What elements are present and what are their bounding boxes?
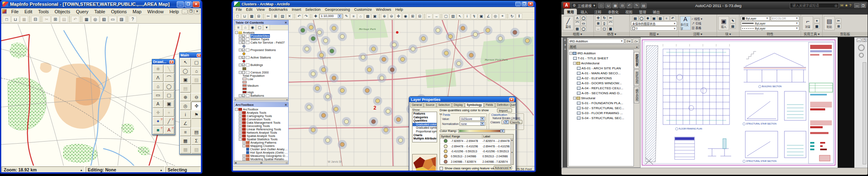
minimize-button[interactable]: —	[854, 3, 860, 8]
redo-icon[interactable]: ↷	[633, 3, 640, 8]
toc-item-proposed-stations[interactable]: −✓Proposed Stations	[234, 48, 288, 51]
sheets-header[interactable]: 图纸 ▴	[568, 44, 639, 49]
print-icon[interactable]: ⊟	[31, 16, 40, 23]
search-icon[interactable]: ◎	[834, 4, 837, 7]
polyline-tool[interactable]: Λ	[153, 73, 163, 82]
layer-isolate-icon[interactable]: ▧	[658, 16, 663, 21]
identify-icon[interactable]: i	[464, 13, 470, 19]
symbology-row[interactable]: -7.826574 - -2.694478-7.826574 - -2.6944…	[440, 139, 513, 144]
arcmap-menu-view[interactable]: View	[255, 7, 267, 12]
visibility-checkbox[interactable]	[242, 71, 245, 74]
layer-control-tool[interactable]: ≡	[180, 128, 191, 136]
copy-icon[interactable]: ⊞	[272, 13, 279, 19]
open-icon[interactable]: ⊔	[11, 16, 20, 23]
value-field-combo[interactable]: GiZScore▼	[460, 117, 485, 121]
table-scrollbar[interactable]: ▲▼	[510, 139, 513, 164]
annotation-panel-label[interactable]: 注释 ▾	[679, 32, 717, 37]
toc-item-symbol[interactable]	[234, 59, 288, 63]
sheet-item-as-01-arch-site-plan[interactable]: AS-01 - ARCH SITE PLAN	[569, 66, 633, 71]
print-icon[interactable]: ⊟	[255, 13, 262, 19]
layer-match-icon[interactable]: ≡	[664, 16, 670, 21]
circle-icon[interactable]: ◯	[581, 15, 586, 20]
mapinfo-titlebar[interactable]: MapInfo Professional - [TOWN,STREET,WATE…	[1, 0, 201, 8]
show-option-categories[interactable]: Categories	[413, 116, 437, 120]
visibility-checkbox[interactable]: ✓	[242, 56, 245, 59]
visibility-checkbox[interactable]: ✓	[242, 41, 245, 44]
steering-wheel-icon[interactable]	[858, 44, 865, 51]
layer-prev-icon[interactable]: ↶	[670, 16, 676, 21]
layer-off-icon[interactable]: ◯	[639, 16, 645, 21]
graph-select-tool[interactable]: ▧	[191, 145, 201, 154]
expand-icon[interactable]: +	[239, 118, 242, 121]
move-icon[interactable]: ✜	[595, 15, 601, 20]
advanced-button[interactable]: Advanced ▾	[494, 166, 512, 170]
mapinfo-menu-query[interactable]: Query	[73, 9, 91, 15]
layer-properties-icon[interactable]: ▤	[633, 16, 638, 21]
toc-item-medium[interactable]: Medium	[234, 84, 288, 87]
clear-selection-icon[interactable]: ▧	[450, 13, 456, 19]
ribbon-tab-管理[interactable]: 管理	[636, 9, 649, 15]
browse-tool[interactable]: ▦	[180, 137, 191, 145]
layers-panel-label[interactable]: 图层 ▾	[630, 32, 678, 37]
symbology-row[interactable]: -0.410296 - 0.591513-0.410296 - 0.591513	[440, 149, 513, 154]
show-option-graduated-symbols[interactable]: Graduated symbols	[413, 126, 437, 130]
minimize-button[interactable]: _	[177, 1, 184, 7]
open-icon[interactable]: ⊔	[241, 13, 248, 19]
layer-freeze-icon[interactable]: ❄	[645, 16, 651, 21]
ribbon-tab-注释[interactable]: 注释	[591, 9, 604, 15]
drawing-toolbar-titlebar[interactable]: Drawi... ✕	[152, 59, 175, 64]
toc-item-total-population[interactable]: Total Population	[234, 74, 288, 77]
palette-tab-图纸列表[interactable]: 图纸列表	[634, 52, 639, 68]
polygon-select-tool[interactable]: ⌂	[191, 67, 201, 75]
qnew-icon[interactable]: □	[598, 3, 604, 8]
zoom-wheel-icon[interactable]	[859, 53, 864, 58]
line-tool[interactable]: ╱直线	[563, 16, 574, 30]
open-icon[interactable]: ⊔	[605, 3, 611, 8]
boundary-select-tool[interactable]: ▣	[180, 76, 191, 84]
undo-icon[interactable]: ↶	[296, 13, 302, 19]
sheet-item-s-04-structural-sec[interactable]: S-04 - STRUCTURAL SEC...	[569, 115, 633, 120]
select-features-icon[interactable]: ▢	[443, 13, 449, 19]
ribbon-tab-参数化[interactable]: 参数化	[605, 9, 622, 15]
collapse-icon[interactable]: −	[242, 144, 245, 147]
drag-map-window-tool[interactable]: ▤	[180, 84, 191, 93]
delete-icon[interactable]: ✕	[286, 13, 293, 19]
sheet-item-a-05-sections-and-d[interactable]: A-05 - SECTIONS AND D...	[569, 90, 633, 95]
close-icon[interactable]: ✕	[284, 21, 287, 24]
arcmap-menu-geoprocessing[interactable]: Geoprocessing	[323, 7, 352, 12]
sheet-item-a-04-reflected-ceili[interactable]: A-04 - REFLECTED CEILI...	[569, 86, 633, 90]
collapse-icon[interactable]: −	[239, 138, 242, 141]
list-by-visibility-icon[interactable]: ◉	[249, 24, 256, 30]
mapinfo-menu-file[interactable]: File	[8, 9, 22, 15]
expand-icon[interactable]: +	[239, 125, 242, 127]
sheet-set-manager-icon[interactable]: ▤	[640, 3, 647, 8]
tab-selection[interactable]: Selection	[437, 103, 452, 107]
expand-icon[interactable]: +	[239, 115, 242, 117]
model-builder-icon[interactable]: ▣	[371, 13, 378, 19]
tab-definition-query[interactable]: Definition Query	[495, 103, 516, 107]
rectangle-tool[interactable]: ▭	[153, 91, 163, 99]
collapse-icon[interactable]: −	[239, 49, 242, 51]
show-option-features[interactable]: Features	[413, 112, 437, 116]
color-ramp-combo[interactable]: ▼	[458, 129, 505, 133]
vertical-scrollbar[interactable]	[863, 62, 866, 164]
collapse-icon[interactable]: −	[239, 71, 242, 74]
layer-lock-icon[interactable]: ▣	[651, 16, 657, 21]
new-redistricter-icon[interactable]: ▨	[117, 16, 126, 23]
mapinfo-menu-window[interactable]: Window	[144, 9, 166, 15]
show-option-graduated-colors[interactable]: Graduated colors	[413, 123, 437, 127]
toc-item-calls-for-service-feb07[interactable]: −✓Calls for Service - Feb07	[234, 41, 288, 44]
trim-icon[interactable]: ✂	[608, 15, 613, 20]
auto-hide-icon[interactable]: ◂	[564, 43, 566, 46]
autocad-titlebar[interactable]: A ⚙ 三维建模 ▾ □⊔▦⊟↶↷▤ AutoCAD 2011 - S-73.d…	[561, 2, 868, 9]
zoom-status-pane[interactable]: Zoom: 18.92 km▲	[2, 166, 85, 173]
collapse-icon[interactable]: −	[573, 97, 576, 100]
close-icon[interactable]: ✕	[564, 39, 566, 42]
text-style-tool[interactable]: A?	[164, 126, 175, 134]
marquee-select-tool[interactable]: ▢	[191, 58, 201, 66]
visibility-checkbox[interactable]: ✓	[242, 34, 245, 37]
collapse-icon[interactable]: −	[569, 52, 572, 55]
plot-style-combo[interactable]: BYCOLOR▼	[771, 16, 800, 21]
fixed-zoom-out-icon[interactable]: ⊟	[416, 13, 423, 19]
paste-tool[interactable]: ▤粘贴	[824, 16, 835, 30]
